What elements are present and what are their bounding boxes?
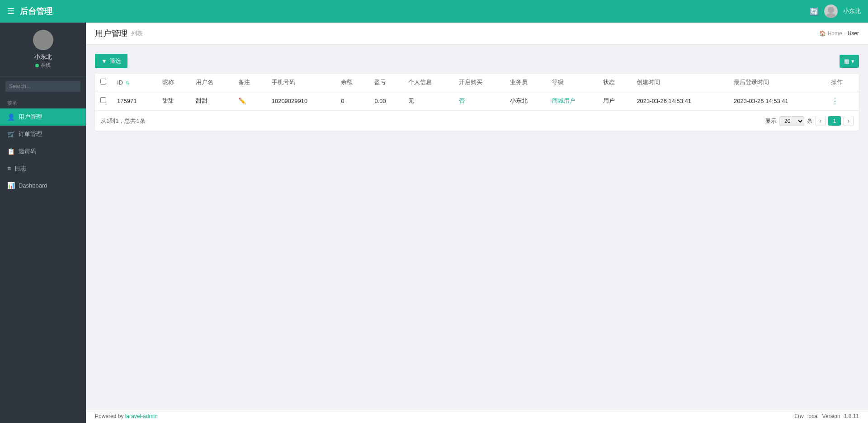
display-label: 显示 [765,117,777,125]
table-row: 175971 甜甜 甜甜 ✏️ 18209829910 0 0.00 无 [95,91,859,111]
topbar-username[interactable]: 小东北 [843,7,861,15]
th-level: 等级 [547,74,598,91]
sidebar-item-invite-code[interactable]: 📋 邀请码 [0,143,86,160]
sidebar-item-user-management[interactable]: 👤 用户管理 [0,108,86,126]
laravel-admin-link[interactable]: laravel-admin [125,413,158,419]
sidebar-search-input[interactable] [5,81,80,92]
sidebar-status-label: 在线 [41,62,51,69]
version-label: Version [822,413,840,419]
th-nickname: 昵称 [157,74,190,91]
table-toolbar: ▼ 筛选 ▦ ▾ [95,54,859,68]
breadcrumb: 🏠 Home › User [819,30,859,37]
th-profit-loss: 盈亏 [369,74,402,91]
td-id: 175971 [112,91,157,111]
th-created-at: 创建时间 [631,74,728,91]
total-text: 从1到1，总共1条 [100,117,146,125]
row-checkbox[interactable] [100,97,106,103]
sidebar-label-invite-code: 邀请码 [19,147,36,155]
hamburger-icon[interactable]: ☰ [7,6,14,16]
svg-point-3 [36,42,50,50]
filter-icon: ▼ [101,58,107,65]
th-phone: 手机号码 [266,74,336,91]
svg-point-2 [38,33,47,42]
th-enable-purchase: 开启购买 [453,74,505,91]
breadcrumb-home-link[interactable]: Home [828,30,842,37]
row-actions-button[interactable]: ⋮ [831,96,839,106]
td-personal-info: 无 [403,91,454,111]
logs-icon: ≡ [7,165,11,172]
th-username: 用户名 [190,74,232,91]
sidebar-avatar [33,30,53,50]
page-size-select[interactable]: 20 50 100 [779,116,804,126]
sidebar-item-dashboard[interactable]: 📊 Dashboard [0,177,86,193]
version-value: 1.8.11 [844,413,859,419]
th-actions: 操作 [826,74,859,91]
columns-icon: ▦ [844,58,849,65]
top-bar: ☰ 后台管理 🔄 小东北 [0,0,868,23]
breadcrumb-current: User [848,30,859,37]
td-salesperson: 小东北 [505,91,547,111]
breadcrumb-separator: › [844,30,846,37]
footer-right: Env local Version 1.8.11 [794,413,859,419]
th-last-login: 最后登录时间 [728,74,826,91]
filter-button[interactable]: ▼ 筛选 [95,54,127,68]
dashboard-icon: 📊 [7,182,15,189]
filter-label: 筛选 [109,57,121,65]
main-content: 用户管理 列表 🏠 Home › User ▼ 筛选 [86,23,868,423]
select-all-checkbox[interactable] [100,79,106,85]
next-page-button[interactable]: › [844,116,854,126]
th-balance: 余额 [335,74,369,91]
td-created-at: 2023-03-26 14:53:41 [631,91,728,111]
footer: Powered by laravel-admin Env local Versi… [86,409,868,423]
sidebar-menu-label: 菜单 [0,96,86,108]
order-management-icon: 🛒 [7,131,15,138]
page-title-area: 用户管理 列表 [95,28,143,39]
id-sort-icon[interactable]: ⇅ [126,80,129,85]
td-last-login: 2023-03-26 14:53:41 [728,91,826,111]
pagination-area: 显示 20 50 100 条 ‹ 1 › [765,116,854,126]
status-online-dot [35,64,39,67]
top-bar-right: 🔄 小东北 [810,5,861,18]
sidebar-user-profile: 小东北 在线 [0,23,86,76]
content-area: 小东北 在线 菜单 👤 用户管理 🛒 订单管理 📋 邀请码 [0,23,868,423]
top-bar-left: ☰ 后台管理 [7,6,52,17]
user-avatar-top [824,5,838,18]
current-page-button[interactable]: 1 [828,116,840,126]
th-select-all [95,74,112,91]
sidebar-username: 小东北 [34,53,52,61]
sidebar: 小东北 在线 菜单 👤 用户管理 🛒 订单管理 📋 邀请码 [0,23,86,423]
sidebar-label-order-management: 订单管理 [19,130,42,138]
td-username: 甜甜 [190,91,232,111]
powered-by-text: Powered by [95,413,125,419]
user-management-icon: 👤 [7,113,15,121]
th-id: ID ⇅ [112,74,157,91]
per-page-unit: 条 [807,117,813,125]
columns-dropdown-icon: ▾ [851,58,854,65]
table-header-row: ID ⇅ 昵称 用户名 备注 手机号码 余额 盈亏 个人信息 开启购买 业务员 [95,74,859,91]
sidebar-label-logs: 日志 [14,164,26,173]
table-footer: 从1到1，总共1条 显示 20 50 100 条 ‹ 1 › [95,111,859,131]
page-subtitle: 列表 [131,29,143,38]
note-edit-icon[interactable]: ✏️ [238,97,246,104]
prev-page-button[interactable]: ‹ [816,116,826,126]
svg-point-1 [826,13,836,18]
sidebar-label-user-management: 用户管理 [19,113,42,121]
td-nickname: 甜甜 [157,91,190,111]
td-note: ✏️ [233,91,266,111]
enable-purchase-link[interactable]: 否 [459,97,465,104]
td-balance: 0 [335,91,369,111]
env-label: Env [794,413,804,419]
level-link[interactable]: 商城用户 [552,97,576,104]
brand-title: 后台管理 [20,6,52,17]
sidebar-item-logs[interactable]: ≡ 日志 [0,160,86,177]
sidebar-item-order-management[interactable]: 🛒 订单管理 [0,126,86,143]
sidebar-label-dashboard: Dashboard [19,182,47,189]
th-status: 状态 [598,74,631,91]
td-level: 商城用户 [547,91,598,111]
page-header: 用户管理 列表 🏠 Home › User [86,23,868,45]
env-value: local [807,413,819,419]
invite-code-icon: 📋 [7,148,15,155]
breadcrumb-home-icon: 🏠 [819,30,826,37]
refresh-icon[interactable]: 🔄 [810,7,819,16]
columns-button[interactable]: ▦ ▾ [840,55,859,68]
